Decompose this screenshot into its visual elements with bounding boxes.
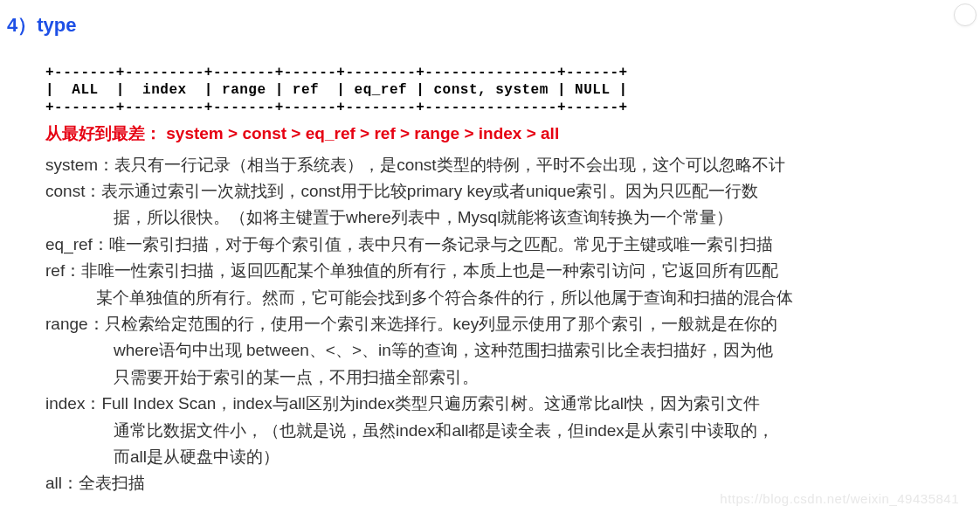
def-index: index：Full Index Scan，index与all区别为index类… — [45, 391, 963, 470]
def-ref: ref：非唯一性索引扫描，返回匹配某个单独值的所有行，本质上也是一种索引访问，它… — [45, 258, 963, 311]
def-const-line1: const：表示通过索引一次就找到，const用于比较primary key或者… — [45, 182, 758, 200]
def-const-line2: 据，所以很快。（如将主键置于where列表中，Mysql就能将该查询转换为一个常… — [45, 205, 963, 231]
def-system: system：表只有一行记录（相当于系统表），是const类型的特例，平时不会出… — [45, 152, 963, 178]
ascii-table: +-------+---------+-------+------+------… — [45, 46, 963, 116]
def-range-line2: where语句中出现 between、<、>、in等的查询，这种范围扫描索引比全… — [45, 337, 963, 364]
def-index-line2: 通常比数据文件小，（也就是说，虽然index和all都是读全表，但index是从… — [45, 418, 963, 444]
def-const: const：表示通过索引一次就找到，const用于比较primary key或者… — [45, 178, 963, 232]
def-range-line3: 只需要开始于索引的某一点，不用扫描全部索引。 — [45, 364, 963, 391]
def-range: range：只检索给定范围的行，使用一个索引来选择行。key列显示使用了那个索引… — [45, 311, 963, 391]
def-range-line1: range：只检索给定范围的行，使用一个索引来选择行。key列显示使用了那个索引… — [45, 315, 777, 333]
def-eq-ref: eq_ref：唯一索引扫描，对于每个索引值，表中只有一条记录与之匹配。常见于主键… — [45, 232, 963, 258]
section-heading: 4）type — [7, 9, 963, 41]
watermark-text: https://blog.csdn.net/weixin_49435841 — [720, 488, 959, 510]
ascii-middle: | ALL | index | range | ref | eq_ref | c… — [45, 82, 628, 98]
expand-icon[interactable] — [954, 3, 977, 26]
ascii-bottom: +-------+---------+-------+------+------… — [45, 100, 628, 115]
def-index-line1: index：Full Index Scan，index与all区别为index类… — [45, 394, 760, 413]
def-ref-line2: 某个单独值的所有行。然而，它可能会找到多个符合条件的行，所以他属于查询和扫描的混… — [45, 285, 963, 311]
def-index-line3: 而all是从硬盘中读的） — [45, 444, 963, 470]
ascii-top: +-------+---------+-------+------+------… — [45, 65, 628, 80]
def-ref-line1: ref：非唯一性索引扫描，返回匹配某个单独值的所有行，本质上也是一种索引访问，它… — [45, 261, 778, 280]
definitions-list: system：表只有一行记录（相当于系统表），是const类型的特例，平时不会出… — [45, 152, 963, 497]
ranking-caption: 从最好到最差： system > const > eq_ref > ref > … — [45, 120, 963, 148]
